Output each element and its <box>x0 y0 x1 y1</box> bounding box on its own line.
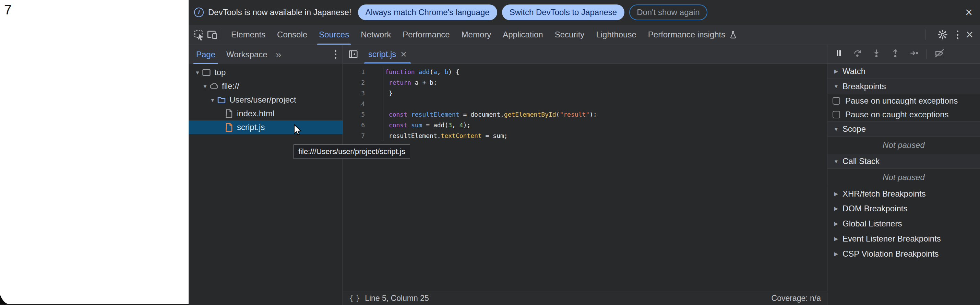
step-over-icon[interactable] <box>853 48 863 61</box>
tab-label: Page <box>196 50 215 59</box>
section-label: Call Stack <box>843 156 880 166</box>
checkbox-label: Pause on caught exceptions <box>845 110 949 120</box>
section-scope[interactable]: ▼Scope <box>827 121 980 137</box>
tab-lighthouse[interactable]: Lighthouse <box>590 25 642 45</box>
tree-item-users-user-project[interactable]: ▼Users/user/project <box>189 93 342 107</box>
code-editor[interactable]: 1function add(a, b) {2 return a + b;3 }4… <box>343 64 827 291</box>
deactivate-breakpoints-icon[interactable] <box>934 48 945 61</box>
code-text: const resultElement = document.getElemen… <box>383 109 597 120</box>
tab-security[interactable]: Security <box>549 25 590 45</box>
token-pl: ); <box>589 111 597 118</box>
token-pl <box>385 79 389 86</box>
section-watch[interactable]: ▶Watch <box>827 64 980 79</box>
tree-item-label: Users/user/project <box>229 95 296 105</box>
toggle-navigator-icon[interactable] <box>346 47 361 62</box>
tree-expand-arrow-icon[interactable]: ▼ <box>201 83 209 89</box>
collapsed-arrow-icon[interactable]: ▶ <box>832 68 841 75</box>
editor-status-bar: { } Line 5, Column 25 Coverage: n/a <box>343 291 827 305</box>
collapsed-arrow-icon[interactable]: ▶ <box>832 251 841 257</box>
tree-expand-arrow-icon[interactable]: ▼ <box>193 70 202 75</box>
tab-application[interactable]: Application <box>497 25 549 45</box>
section-call-stack[interactable]: ▼Call Stack <box>827 154 980 169</box>
line-number[interactable]: 3 <box>343 88 383 99</box>
device-toolbar-icon[interactable] <box>206 28 219 41</box>
section-breakpoints[interactable]: ▼Breakpoints <box>827 79 980 94</box>
checkbox-pause-on-uncaught-exceptions[interactable]: Pause on uncaught exceptions <box>827 94 980 108</box>
expanded-arrow-icon[interactable]: ▼ <box>832 158 841 164</box>
section-csp-violation-breakpoints[interactable]: ▶CSP Violation Breakpoints <box>827 246 980 262</box>
banner-button-always-match-chrome-s-language[interactable]: Always match Chrome's language <box>358 5 497 20</box>
tab-console[interactable]: Console <box>271 25 313 45</box>
line-number[interactable]: 1 <box>343 67 383 77</box>
tab-elements[interactable]: Elements <box>225 25 271 45</box>
token-pl: = sum; <box>482 132 508 139</box>
token-vr: sum <box>411 121 422 129</box>
tab-performance-insights[interactable]: Performance insights <box>642 25 744 45</box>
inspect-element-icon[interactable] <box>193 28 206 41</box>
token-pl: = add( <box>422 121 448 129</box>
tab-workspace[interactable]: Workspace <box>221 45 273 64</box>
code-text: const sum = add(3, 4); <box>383 120 471 130</box>
tab-label: Performance <box>402 30 450 40</box>
line-number[interactable]: 2 <box>343 77 383 88</box>
more-options-icon[interactable] <box>957 30 958 39</box>
tab-close-icon[interactable]: × <box>401 49 407 59</box>
checkbox-box[interactable] <box>832 97 840 105</box>
file-path-tooltip: file:///Users/user/project/script.js <box>294 144 410 159</box>
banner-button-switch-devtools-to-japanese[interactable]: Switch DevTools to Japanese <box>502 5 625 20</box>
debugger-toolbar-divider <box>926 50 927 59</box>
tree-item-top[interactable]: ▼top <box>189 65 342 79</box>
language-infobar: i DevTools is now available in Japanese!… <box>189 0 980 25</box>
tab-sources[interactable]: Sources <box>313 25 355 45</box>
token-pl: ( <box>430 68 433 75</box>
section-event-listener-breakpoints[interactable]: ▶Event Listener Breakpoints <box>827 231 980 246</box>
tab-page[interactable]: Page <box>191 45 221 64</box>
file-tree: ▼top▼file://▼Users/user/projectindex.htm… <box>189 64 342 134</box>
step-icon[interactable] <box>909 48 919 61</box>
token-pl: , <box>452 121 460 129</box>
collapsed-arrow-icon[interactable]: ▶ <box>832 206 841 212</box>
status-message: Not paused <box>827 137 980 154</box>
collapsed-arrow-icon[interactable]: ▶ <box>832 236 841 242</box>
checkbox-box[interactable] <box>832 111 840 118</box>
collapsed-arrow-icon[interactable]: ▶ <box>832 191 841 197</box>
line-number[interactable]: 5 <box>343 109 383 120</box>
tree-item-file[interactable]: ▼file:// <box>189 79 342 93</box>
token-pl <box>407 111 411 118</box>
tree-item-script-js[interactable]: script.js <box>189 120 342 134</box>
collapsed-arrow-icon[interactable]: ▶ <box>832 220 841 227</box>
line-number[interactable]: 4 <box>343 99 383 109</box>
more-tabs-icon[interactable]: » <box>273 49 284 61</box>
page-result-text: 7 <box>4 2 12 18</box>
tab-label: Elements <box>231 30 266 40</box>
token-vr: b <box>444 68 448 75</box>
banner-button-don-t-show-again[interactable]: Don't show again <box>629 5 707 20</box>
section-dom-breakpoints[interactable]: ▶DOM Breakpoints <box>827 201 980 216</box>
devtools-close-icon[interactable]: × <box>966 29 973 41</box>
section-xhr-fetch-breakpoints[interactable]: ▶XHR/fetch Breakpoints <box>827 186 980 201</box>
tree-item-index-html[interactable]: index.html <box>189 107 342 120</box>
token-pl: = document. <box>460 111 504 118</box>
navigator-menu-icon[interactable] <box>335 50 336 59</box>
step-out-icon[interactable] <box>890 48 900 61</box>
step-into-icon[interactable] <box>871 48 881 61</box>
section-global-listeners[interactable]: ▶Global Listeners <box>827 216 980 231</box>
settings-gear-icon[interactable] <box>936 28 949 41</box>
code-line: 6 const sum = add(3, 4); <box>343 120 827 130</box>
checkbox-pause-on-caught-exceptions[interactable]: Pause on caught exceptions <box>827 108 980 121</box>
expanded-arrow-icon[interactable]: ▼ <box>832 83 841 89</box>
token-vr: resultElement <box>411 111 460 118</box>
tree-expand-arrow-icon[interactable]: ▼ <box>208 97 217 103</box>
navigator-sidebar: Page Workspace » ▼top▼file://▼Users/user… <box>189 45 343 305</box>
tree-item-label: top <box>214 67 226 77</box>
tab-memory[interactable]: Memory <box>456 25 497 45</box>
line-number[interactable]: 6 <box>343 120 383 130</box>
code-text <box>383 99 385 109</box>
editor-tab-scriptjs[interactable]: script.js × <box>363 45 412 64</box>
tab-performance[interactable]: Performance <box>397 25 455 45</box>
line-number[interactable]: 7 <box>343 130 383 141</box>
tab-network[interactable]: Network <box>355 25 397 45</box>
expanded-arrow-icon[interactable]: ▼ <box>832 126 841 132</box>
pause-icon[interactable] <box>834 48 844 61</box>
infobar-close-icon[interactable]: × <box>965 6 972 19</box>
